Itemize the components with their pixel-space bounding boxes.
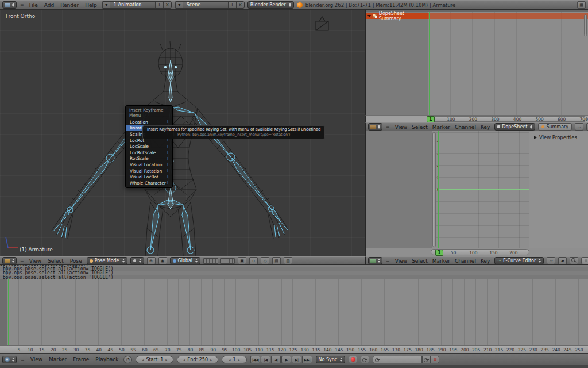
collapse-menus-toggle[interactable]: = xyxy=(385,124,390,129)
timeline-menu-item[interactable]: Playback xyxy=(95,356,118,362)
editor-type-button[interactable] xyxy=(368,123,382,131)
pivot-point-select[interactable] xyxy=(130,257,144,264)
dopesheet-menu-item[interactable]: Channel xyxy=(455,124,476,130)
collapse-menus-toggle[interactable]: = xyxy=(385,258,390,263)
scene-name[interactable]: Scene xyxy=(183,2,228,7)
ghost-curves-button[interactable]: ▰ xyxy=(558,257,567,264)
dopesheet-menu-item[interactable]: Marker xyxy=(432,124,450,130)
add-layout-button[interactable]: + xyxy=(155,1,163,9)
only-selected-button[interactable]: ▱ xyxy=(547,257,555,264)
timeline-menu-item[interactable]: View xyxy=(30,356,42,362)
screen-layout-name[interactable]: 1-Animation xyxy=(110,2,155,7)
camera-object-icon[interactable] xyxy=(316,17,328,30)
dopesheet-menu-item[interactable]: View xyxy=(395,124,407,130)
topbar-menu-item[interactable]: Render xyxy=(60,2,79,8)
viewport-menu-item[interactable]: Pose xyxy=(70,258,82,264)
keying-set-field[interactable] xyxy=(373,356,422,363)
dopesheet-menu-item[interactable]: Key xyxy=(481,124,490,130)
playback-button[interactable]: ◀ xyxy=(271,356,281,363)
browse-layout-icon[interactable]: ▾ xyxy=(102,1,110,9)
insert-keyframe-button[interactable] xyxy=(422,356,431,363)
keyframe-menu-item[interactable]: Whole CharacterI xyxy=(126,180,172,186)
graph-mode-select[interactable]: ~ F-Curve Editor xyxy=(494,257,544,264)
add-scene-button[interactable]: + xyxy=(228,1,236,9)
timeline-ruler[interactable]: 5101520253035404550556065707580859095100… xyxy=(0,345,588,353)
editor-type-button[interactable] xyxy=(2,1,17,9)
graph-sidebar[interactable]: View Properties xyxy=(529,131,588,248)
snap-element-select[interactable]: ◇ xyxy=(261,257,269,264)
playback-button[interactable]: |◀ xyxy=(261,356,270,363)
delete-keyframe-button[interactable]: × xyxy=(431,356,439,363)
editor-type-button[interactable] xyxy=(2,257,17,264)
eye-bone-left[interactable] xyxy=(164,66,167,68)
keyframe-menu-item[interactable]: Visual RotationI xyxy=(126,168,172,174)
mode-select[interactable]: Pose Mode xyxy=(87,257,127,264)
view-properties-panel-header[interactable]: View Properties xyxy=(529,131,588,140)
playback-button[interactable]: |◀◀ xyxy=(250,356,260,363)
graph-menu-item[interactable]: View xyxy=(395,258,407,264)
playback-button[interactable]: ▶| xyxy=(292,356,301,363)
render-engine-select[interactable]: Blender Render xyxy=(247,1,294,9)
increment-arrow-icon[interactable]: ▸ xyxy=(210,358,212,362)
graph-menu-item[interactable]: Marker xyxy=(432,258,450,264)
time-indicator-icon[interactable]: ◔ xyxy=(123,356,132,363)
snap-magnet-button[interactable]: ∪ xyxy=(249,257,258,264)
graph-channel-region[interactable] xyxy=(366,131,432,248)
increment-arrow-icon[interactable]: ▸ xyxy=(165,358,167,362)
topbar-menu-item[interactable]: File xyxy=(29,2,38,8)
dopesheet-key-region[interactable] xyxy=(428,12,588,115)
window-layout-icon[interactable]: ▦ xyxy=(577,1,586,9)
layers-block-left[interactable] xyxy=(203,258,218,264)
collapse-menus-toggle[interactable]: = xyxy=(20,357,25,362)
insert-keyframe-menu[interactable]: Insert Keyframe Menu LocationIRotationIS… xyxy=(125,105,173,188)
dopesheet-vscrollbar[interactable] xyxy=(584,14,587,36)
viewport-menu-item[interactable]: Select xyxy=(48,258,64,264)
layers-block-right[interactable] xyxy=(220,258,235,264)
sync-mode-select[interactable]: No Sync xyxy=(316,356,346,363)
scene-selector[interactable]: ▾ Scene + × xyxy=(175,1,245,9)
close-scene-button[interactable]: × xyxy=(236,1,244,9)
render-anim-button[interactable]: ▥ xyxy=(284,257,292,264)
dopesheet-channel-region[interactable] xyxy=(366,12,428,115)
eye-bone-right[interactable] xyxy=(175,66,177,68)
graph-ruler[interactable]: 50100150200 1 xyxy=(365,248,588,256)
collapse-menus-toggle[interactable]: = xyxy=(20,2,25,7)
filters-button[interactable]: Filters xyxy=(581,257,588,264)
viewport-menu-item[interactable]: View xyxy=(29,258,41,264)
transform-orientation-select[interactable]: Global xyxy=(170,257,201,264)
keyframe-menu-item[interactable]: LocationI xyxy=(126,119,172,125)
lock-icon[interactable]: ▣ xyxy=(238,257,246,264)
graph-menu-item[interactable]: Key xyxy=(481,258,490,264)
collapse-menus-toggle[interactable]: = xyxy=(20,258,25,263)
current-frame-field[interactable]: ◂ 1 ▸ xyxy=(222,356,247,363)
keyframe-menu-item[interactable]: Visual LocRotI xyxy=(126,174,172,180)
current-frame-line[interactable] xyxy=(8,279,9,345)
dopesheet-summary-channel[interactable]: DopeSheet Summary xyxy=(366,13,428,19)
increment-arrow-icon[interactable]: ▸ xyxy=(238,358,240,362)
close-layout-button[interactable]: × xyxy=(163,1,171,9)
decrement-arrow-icon[interactable]: ◂ xyxy=(229,358,230,362)
timeline-editor[interactable] xyxy=(0,279,588,345)
summary-toggle-button[interactable]: Summary xyxy=(538,123,572,131)
timeline-menu-item[interactable]: Marker xyxy=(49,356,67,362)
dopesheet-ruler[interactable]: 100200300400500600700 1 xyxy=(365,115,588,122)
dopesheet-editor[interactable]: DopeSheet Summary xyxy=(365,10,588,115)
screen-layout-selector[interactable]: ▾ 1-Animation + × xyxy=(102,1,172,9)
timeline-menu-item[interactable]: Frame xyxy=(73,356,89,362)
browse-scene-icon[interactable]: ▾ xyxy=(175,1,183,9)
end-frame-field[interactable]: ◂ End: 250 ▸ xyxy=(177,356,218,363)
topbar-menu-item[interactable]: Help xyxy=(85,2,97,8)
start-frame-field[interactable]: ◂ Start: 1 ▸ xyxy=(136,356,173,363)
manipulator-rotate-button[interactable]: ◉ xyxy=(158,257,167,264)
editor-type-button[interactable] xyxy=(368,257,382,264)
log-line[interactable]: bpy.ops.pose.select_all(action='TOGGLE') xyxy=(0,275,588,279)
search-channels-button[interactable] xyxy=(570,257,578,264)
auto-keying-mode-button[interactable] xyxy=(361,356,369,363)
playback-button[interactable]: ▶ xyxy=(281,356,291,363)
current-frame-badge[interactable]: 1 xyxy=(435,250,443,256)
graph-menu-item[interactable]: Select xyxy=(412,258,428,264)
graph-editor[interactable]: 43210 View Properties xyxy=(365,131,588,248)
copy-keyframes-button[interactable]: ▱ xyxy=(575,123,583,131)
dopesheet-menu-item[interactable]: Select xyxy=(412,124,428,130)
decrement-arrow-icon[interactable]: ◂ xyxy=(183,358,185,362)
